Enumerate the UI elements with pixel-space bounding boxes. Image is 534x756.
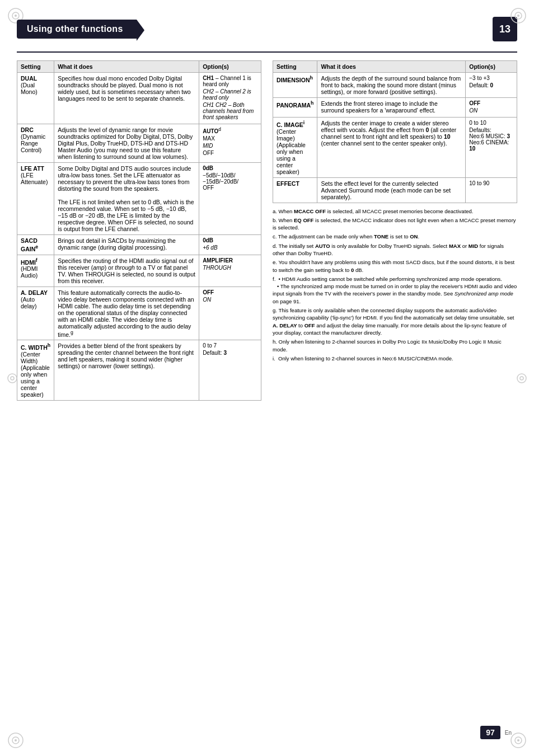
svg-point-12	[8, 374, 17, 383]
svg-point-14	[517, 374, 526, 383]
table-row: C. WIDTHh(CenterWidth)(Applicableonly wh…	[17, 340, 261, 401]
corner-decoration-br	[509, 731, 527, 749]
setting-cell: DRC(DynamicRangeControl)	[17, 124, 54, 163]
what-cell: Provides a better blend of the front spe…	[54, 340, 199, 401]
setting-cell: A. DELAY(Autodelay)	[17, 287, 54, 340]
options-cell: OFF ON	[466, 98, 517, 118]
options-cell: 0 to 7 Default: 3	[199, 340, 261, 401]
table-row: DUAL(DualMono) Specifies how dual mono e…	[17, 73, 261, 124]
footnote-d: d. The initially set AUTO is only availa…	[273, 242, 517, 257]
what-cell: Specifies the routing of the HDMI audio …	[54, 255, 199, 287]
options-cell: CH1 – Channel 1 is heard only CH2 – Chan…	[199, 73, 261, 124]
page-language: En	[505, 730, 512, 736]
corner-decoration-tr	[509, 7, 527, 25]
table-row: A. DELAY(Autodelay) This feature automat…	[17, 287, 261, 340]
table-row: HDMIf(HDMIAudio) Specifies the routing o…	[17, 255, 261, 287]
col-setting: Setting	[273, 61, 317, 73]
page-number: 97	[480, 726, 500, 739]
table-row: DIMENSIONh Adjusts the depth of the surr…	[273, 73, 517, 98]
table-row: SACDGAINe Brings out detail in SACDs by …	[17, 235, 261, 255]
content-area: Setting What it does Option(s) DUAL(Dual…	[17, 60, 517, 401]
table-header-row: Setting What it does Option(s)	[17, 61, 261, 73]
options-cell: 0 to 10 Defaults:Neo:6 MUSIC: 3Neo:6 CIN…	[466, 118, 517, 178]
options-cell: AUTOd MAX MID OFF	[199, 124, 261, 163]
options-cell: 0dB −5dB/−10dB/−15dB/−20dB/OFF	[199, 163, 261, 235]
col-options: Option(s)	[466, 61, 517, 73]
what-cell: Extends the front stereo image to includ…	[317, 98, 466, 118]
svg-point-13	[11, 377, 14, 380]
what-cell: Adjusts the level of dynamic range for m…	[54, 124, 199, 163]
footnote-g: g. This feature is only available when t…	[273, 307, 517, 336]
what-cell: This feature automatically corrects the …	[54, 287, 199, 340]
col-what-it-does: What it does	[317, 61, 466, 73]
table-row: C. IMAGEi(CenterImage)(Applicableonly wh…	[273, 118, 517, 178]
side-decoration-right	[516, 373, 527, 384]
setting-cell: EFFECT	[273, 177, 317, 203]
table-header-row: Setting What it does Option(s)	[273, 61, 517, 73]
setting-cell: DUAL(DualMono)	[17, 73, 54, 124]
what-cell: Adjusts the center image to create a wid…	[317, 118, 466, 178]
table-row: DRC(DynamicRangeControl) Adjusts the lev…	[17, 124, 261, 163]
options-cell: AMPLIFIER THROUGH	[199, 255, 261, 287]
svg-point-2	[15, 15, 17, 17]
options-cell: −3 to +3 Default: 0	[466, 73, 517, 98]
footnote-h: h. Only when listening to 2-channel sour…	[273, 338, 517, 353]
right-settings-table: Setting What it does Option(s) DIMENSION…	[273, 60, 517, 203]
what-cell: Adjusts the depth of the surround sound …	[317, 73, 466, 98]
table-row: PANORAMAh Extends the front stereo image…	[273, 98, 517, 118]
chapter-title: Using other functions	[17, 20, 137, 39]
corner-decoration-bl	[7, 731, 25, 749]
page-footer: 97 En	[480, 726, 512, 739]
svg-point-15	[520, 377, 523, 380]
col-what-it-does: What it does	[54, 61, 199, 73]
svg-point-8	[15, 739, 17, 741]
options-cell: OFF ON	[199, 287, 261, 340]
what-cell: Sets the effect level for the currently …	[317, 177, 466, 203]
table-row: EFFECT Sets the effect level for the cur…	[273, 177, 517, 203]
header-divider	[17, 51, 517, 53]
setting-cell: LFE ATT(LFEAttenuate)	[17, 163, 54, 235]
left-table-container: Setting What it does Option(s) DUAL(Dual…	[17, 60, 261, 401]
setting-cell: C. WIDTHh(CenterWidth)(Applicableonly wh…	[17, 340, 54, 401]
col-options: Option(s)	[199, 61, 261, 73]
footnote-e: e. You shouldn't have any problems using…	[273, 259, 517, 274]
footnotes-section: a. When MCACC OFF is selected, all MCACC…	[273, 208, 517, 363]
options-cell: 0dB +6 dB	[199, 235, 261, 255]
left-settings-table: Setting What it does Option(s) DUAL(Dual…	[17, 60, 261, 401]
setting-cell: DIMENSIONh	[273, 73, 317, 98]
right-table-container: Setting What it does Option(s) DIMENSION…	[273, 60, 517, 401]
table-row: LFE ATT(LFEAttenuate) Some Dolby Digital…	[17, 163, 261, 235]
setting-cell: SACDGAINe	[17, 235, 54, 255]
side-decoration-left	[7, 373, 18, 384]
footnote-b: b. When EQ OFF is selected, the MCACC in…	[273, 217, 517, 232]
setting-cell: HDMIf(HDMIAudio)	[17, 255, 54, 287]
setting-cell: PANORAMAh	[273, 98, 317, 118]
footnote-f: f. • HDMI Audio setting cannot be switch…	[273, 275, 517, 305]
what-cell: Brings out detail in SACDs by maximizing…	[54, 235, 199, 255]
options-cell: 10 to 90	[466, 177, 517, 203]
col-setting: Setting	[17, 61, 54, 73]
footnote-i: i. Only when listening to 2-channel sour…	[273, 355, 517, 362]
svg-point-11	[517, 739, 519, 741]
svg-point-5	[517, 15, 519, 17]
footnote-a: a. When MCACC OFF is selected, all MCACC…	[273, 208, 517, 215]
footnote-c: c. The adjustment can be made only when …	[273, 233, 517, 240]
page-header: Using other functions 13	[17, 17, 517, 41]
setting-cell: C. IMAGEi(CenterImage)(Applicableonly wh…	[273, 118, 317, 178]
what-cell: Some Dolby Digital and DTS audio sources…	[54, 163, 199, 235]
page: Using other functions 13 Setting What it…	[0, 0, 534, 756]
what-cell: Specifies how dual mono encoded Dolby Di…	[54, 73, 199, 124]
